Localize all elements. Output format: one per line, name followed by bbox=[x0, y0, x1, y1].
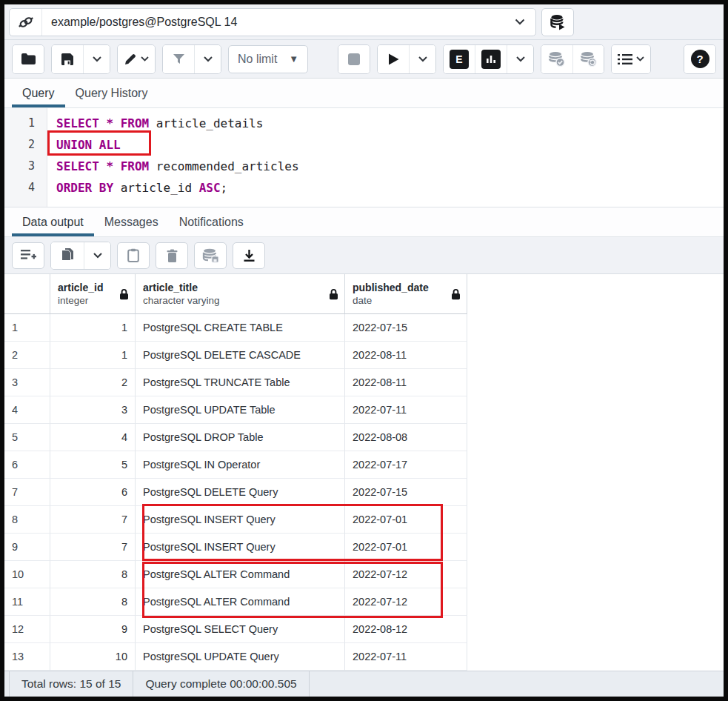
cell-article-title[interactable]: PostgreSQL DROP Table bbox=[136, 424, 345, 451]
sql-line[interactable]: UNION ALL bbox=[56, 134, 724, 156]
cell-article-id[interactable]: 2 bbox=[50, 369, 136, 396]
delete-row-button[interactable] bbox=[156, 242, 188, 269]
edit-button[interactable] bbox=[118, 45, 155, 73]
execute-button[interactable] bbox=[378, 45, 409, 73]
tab-notifications[interactable]: Notifications bbox=[169, 207, 254, 236]
connection-value: example/postgres@PostgreSQL 14 bbox=[42, 16, 515, 29]
cell-article-title[interactable]: PostgreSQL UPDATE Table bbox=[136, 396, 345, 424]
tab-query-history[interactable]: Query History bbox=[65, 79, 158, 107]
cell-published-date[interactable]: 2022-07-12 bbox=[345, 588, 467, 616]
cell-article-title[interactable]: PostgreSQL SELECT Query bbox=[136, 616, 345, 643]
filter-options-chevron[interactable] bbox=[194, 45, 221, 73]
column-header-article-id[interactable]: article_id integer bbox=[50, 274, 136, 314]
cell-article-id[interactable]: 8 bbox=[50, 561, 136, 588]
add-row-button[interactable] bbox=[12, 242, 44, 269]
cell-article-title[interactable]: PostgreSQL DELETE CASCADE bbox=[136, 342, 345, 369]
row-number-cell[interactable]: 5 bbox=[4, 424, 50, 451]
filter-button[interactable] bbox=[163, 45, 194, 73]
macro-button[interactable] bbox=[612, 45, 650, 73]
cell-article-id[interactable]: 1 bbox=[50, 342, 136, 369]
database-undo-icon bbox=[580, 51, 598, 67]
sql-line[interactable]: SELECT * FROM article_details bbox=[56, 113, 724, 134]
row-number-cell[interactable]: 7 bbox=[4, 479, 50, 506]
row-number-cell[interactable]: 12 bbox=[4, 616, 50, 643]
cell-article-id[interactable]: 7 bbox=[50, 506, 136, 534]
row-number-cell[interactable]: 9 bbox=[4, 534, 50, 561]
tab-data-output[interactable]: Data output bbox=[12, 207, 94, 236]
new-connection-button[interactable] bbox=[541, 8, 574, 36]
rollback-button[interactable] bbox=[572, 45, 604, 73]
cell-published-date[interactable]: 2022-07-17 bbox=[345, 451, 467, 479]
funnel-icon bbox=[173, 53, 185, 64]
chevron-down-icon bbox=[141, 56, 149, 62]
explain-button[interactable]: E bbox=[444, 45, 475, 73]
cell-published-date[interactable]: 2022-08-08 bbox=[345, 424, 467, 451]
row-number-cell[interactable]: 10 bbox=[4, 561, 50, 588]
cell-article-title[interactable]: PostgreSQL CREATE TABLE bbox=[136, 314, 345, 342]
cell-article-title[interactable]: PostgreSQL ALTER Command bbox=[136, 588, 345, 616]
row-number-cell[interactable]: 8 bbox=[4, 506, 50, 534]
sql-code[interactable]: SELECT * FROM article_detailsUNION ALLSE… bbox=[47, 108, 724, 207]
cell-article-id[interactable]: 5 bbox=[50, 451, 136, 479]
row-number-cell[interactable]: 6 bbox=[4, 451, 50, 479]
cell-article-id[interactable]: 4 bbox=[50, 424, 136, 451]
row-number-cell[interactable]: 1 bbox=[4, 314, 50, 342]
sql-line[interactable]: ORDER BY article_id ASC; bbox=[56, 177, 724, 199]
row-number-cell[interactable]: 4 bbox=[4, 396, 50, 424]
save-button[interactable] bbox=[52, 45, 83, 73]
cell-article-title[interactable]: PostgreSQL ALTER Command bbox=[136, 561, 345, 588]
copy-options-chevron[interactable] bbox=[84, 242, 110, 269]
line-number: 3 bbox=[4, 156, 35, 177]
cell-published-date[interactable]: 2022-07-01 bbox=[345, 534, 467, 561]
cell-article-title[interactable]: PostgreSQL INSERT Query bbox=[136, 506, 345, 534]
cell-published-date[interactable]: 2022-07-11 bbox=[345, 396, 467, 424]
explain-options-chevron[interactable] bbox=[507, 45, 533, 73]
cell-article-id[interactable]: 7 bbox=[50, 534, 136, 561]
cell-article-id[interactable]: 10 bbox=[50, 643, 136, 671]
cell-article-title[interactable]: PostgreSQL INSERT Query bbox=[136, 534, 345, 561]
cell-published-date[interactable]: 2022-08-11 bbox=[345, 369, 467, 396]
cell-article-id[interactable]: 3 bbox=[50, 396, 136, 424]
limit-dropdown[interactable]: No limit ▼ bbox=[228, 45, 308, 73]
sql-editor[interactable]: 1234 SELECT * FROM article_detailsUNION … bbox=[4, 108, 724, 207]
save-data-button[interactable] bbox=[194, 242, 227, 269]
paste-button[interactable] bbox=[117, 242, 150, 269]
sql-identifier: article_details bbox=[149, 116, 263, 130]
download-button[interactable] bbox=[233, 242, 265, 269]
cell-published-date[interactable]: 2022-08-11 bbox=[345, 342, 467, 369]
cell-article-title[interactable]: PostgreSQL TRUNCATE Table bbox=[136, 369, 345, 396]
explain-analyze-button[interactable] bbox=[475, 45, 507, 73]
stop-button[interactable] bbox=[338, 45, 370, 73]
cell-article-id[interactable]: 6 bbox=[50, 479, 136, 506]
table-row: 118PostgreSQL ALTER Command2022-07-12 bbox=[4, 588, 724, 616]
cell-article-id[interactable]: 8 bbox=[50, 588, 136, 616]
open-file-button[interactable] bbox=[13, 45, 44, 73]
tab-messages[interactable]: Messages bbox=[94, 207, 169, 236]
cell-published-date[interactable]: 2022-07-15 bbox=[345, 314, 467, 342]
cell-published-date[interactable]: 2022-07-12 bbox=[345, 561, 467, 588]
tab-query[interactable]: Query bbox=[12, 79, 65, 107]
row-number-cell[interactable]: 2 bbox=[4, 342, 50, 369]
help-button[interactable]: ? bbox=[684, 45, 715, 73]
cell-article-id[interactable]: 9 bbox=[50, 616, 136, 643]
cell-published-date[interactable]: 2022-07-11 bbox=[345, 643, 467, 671]
copy-button[interactable] bbox=[51, 242, 84, 269]
row-number-cell[interactable]: 11 bbox=[4, 588, 50, 616]
cell-article-id[interactable]: 1 bbox=[50, 314, 136, 342]
connection-dropdown[interactable]: example/postgres@PostgreSQL 14 bbox=[9, 8, 536, 36]
cell-published-date[interactable]: 2022-07-15 bbox=[345, 479, 467, 506]
column-header-article-title[interactable]: article_title character varying bbox=[136, 274, 345, 314]
cell-published-date[interactable]: 2022-08-12 bbox=[345, 616, 467, 643]
commit-button[interactable] bbox=[541, 45, 572, 73]
cell-published-date[interactable]: 2022-07-01 bbox=[345, 506, 467, 534]
cell-article-title[interactable]: PostgreSQL IN Operator bbox=[136, 451, 345, 479]
row-number-cell[interactable]: 3 bbox=[4, 369, 50, 396]
cell-article-title[interactable]: PostgreSQL UPDATE Query bbox=[136, 643, 345, 671]
column-header-published-date[interactable]: published_date date bbox=[345, 274, 467, 314]
chevron-down-icon bbox=[93, 56, 101, 62]
row-number-cell[interactable]: 13 bbox=[4, 643, 50, 671]
execute-options-chevron[interactable] bbox=[409, 45, 435, 73]
save-options-chevron[interactable] bbox=[83, 45, 110, 73]
cell-article-title[interactable]: PostgreSQL DELETE Query bbox=[136, 479, 345, 506]
sql-line[interactable]: SELECT * FROM recommended_articles bbox=[56, 156, 724, 177]
